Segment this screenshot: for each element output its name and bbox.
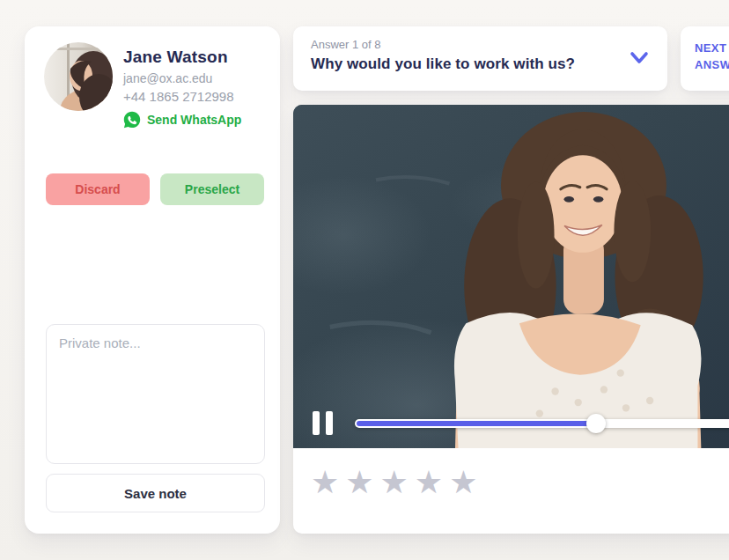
chevron-down-icon[interactable] [627,48,652,69]
send-whatsapp-link[interactable]: Send WhatsApp [123,111,273,129]
pause-icon [313,411,320,435]
pause-icon [326,411,333,435]
avatar [44,42,113,111]
progress-handle[interactable] [586,414,606,433]
video-frame [293,105,729,448]
candidate-email: jane@ox.ac.edu [123,71,273,85]
candidate-phone: +44 1865 2712998 [123,89,273,104]
whatsapp-icon [123,111,141,129]
progress-fill [357,421,598,426]
question-title: Why would you like to work with us? [311,55,575,73]
discard-button[interactable]: Discard [46,173,150,205]
send-whatsapp-label: Send WhatsApp [147,113,241,127]
star-icon[interactable]: ★ [415,466,443,499]
private-note-input[interactable] [46,324,265,464]
video-player[interactable] [293,105,729,448]
star-icon[interactable]: ★ [311,466,339,499]
star-icon[interactable]: ★ [345,466,373,499]
candidate-name: Jane Watson [123,48,273,67]
star-icon[interactable]: ★ [449,466,477,499]
avatar-photo [44,42,113,111]
decision-buttons: Discard Preselect [46,173,264,205]
progress-bar[interactable] [355,419,729,428]
pause-button[interactable] [313,411,335,436]
video-card: ★★★★★ [293,105,729,534]
star-rating: ★★★★★ [311,466,477,499]
candidate-card: Jane Watson jane@ox.ac.edu +44 1865 2712… [25,26,280,534]
next-answer-button[interactable]: NEXT ANSWER [681,26,729,91]
answer-counter: Answer 1 of 8 [311,38,381,51]
star-icon[interactable]: ★ [380,466,409,499]
preselect-button[interactable]: Preselect [160,173,264,205]
save-note-button[interactable]: Save note [46,474,265,512]
next-answer-label: NEXT ANSWER [695,40,729,73]
question-card[interactable]: Answer 1 of 8 Why would you like to work… [293,26,667,91]
